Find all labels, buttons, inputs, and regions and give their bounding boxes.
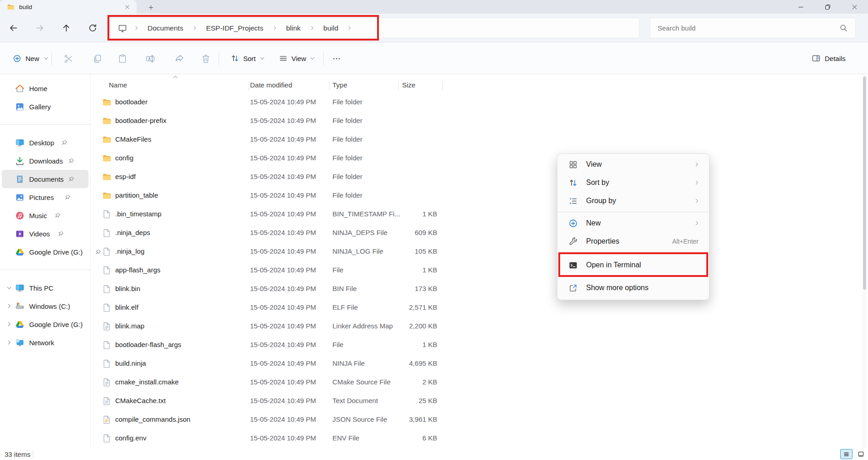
menu-item-open-in-terminal[interactable]: Open in Terminal	[560, 256, 707, 274]
chevron-right-icon[interactable]	[189, 22, 200, 34]
menu-item-show-more-options[interactable]: Show more options	[560, 279, 707, 297]
table-row[interactable]: blink.map15-05-2024 10:49 PMLinker Addre…	[0, 317, 868, 336]
table-row[interactable]: config15-05-2024 10:49 PMFile folder	[0, 149, 868, 168]
chevron-right-icon	[693, 197, 700, 204]
table-row[interactable]: config.env15-05-2024 10:49 PMENV File6 K…	[0, 429, 868, 448]
details-pane-button[interactable]: Details	[812, 50, 846, 66]
details-view-toggle[interactable]	[840, 449, 853, 459]
file-size: 3,961 KB	[392, 415, 437, 423]
file-type: File	[332, 341, 343, 348]
table-row[interactable]: blink.bin15-05-2024 10:49 PMBIN File173 …	[0, 280, 868, 298]
breadcrumb-segment[interactable]: build	[318, 22, 344, 35]
tab-close-icon[interactable]	[121, 2, 133, 12]
file-name: bootloader	[115, 98, 148, 106]
menu-item-sort-by[interactable]: Sort by	[560, 174, 707, 192]
refresh-button[interactable]	[83, 19, 102, 36]
chevron-right-icon[interactable]	[269, 22, 281, 34]
table-row[interactable]: esp-idf15-05-2024 10:49 PMFile folder	[0, 168, 868, 186]
file-name: cmake_install.cmake	[115, 378, 179, 386]
chevron-down-icon	[43, 56, 49, 61]
more-options-button[interactable]	[329, 51, 344, 66]
search-input[interactable]: Search build	[650, 18, 856, 38]
file-size: 173 KB	[392, 285, 437, 292]
column-header-date-modified[interactable]: Date modified	[250, 81, 292, 89]
breadcrumb-root[interactable]	[115, 21, 130, 36]
file-icon	[102, 228, 112, 238]
column-separator[interactable]	[398, 81, 398, 91]
share-button[interactable]	[171, 51, 188, 66]
menu-item-label: View	[586, 160, 602, 169]
table-row[interactable]: compile_commands.json15-05-2024 10:49 PM…	[0, 410, 868, 429]
menu-item-new[interactable]: New	[560, 214, 707, 232]
table-row[interactable]: bootloader-flash_args15-05-2024 10:49 PM…	[0, 336, 868, 354]
up-button[interactable]	[56, 19, 76, 36]
view-button[interactable]: View	[274, 50, 320, 66]
delete-button[interactable]	[198, 51, 214, 66]
table-row[interactable]: .ninja_deps15-05-2024 10:49 PMNINJA_DEPS…	[0, 224, 868, 242]
address-bar[interactable]: DocumentsESP-IDF_Projectsblinkbuild	[111, 18, 639, 38]
column-separator[interactable]	[249, 81, 249, 91]
table-row[interactable]: .bin_timestamp15-05-2024 10:49 PMBIN_TIM…	[0, 205, 868, 224]
menu-item-view[interactable]: View	[560, 155, 707, 174]
rename-button[interactable]	[142, 51, 158, 66]
file-name: .ninja_log	[115, 247, 144, 255]
ellipsis-icon	[332, 54, 341, 63]
paste-button[interactable]	[114, 51, 131, 66]
minimize-button[interactable]	[787, 0, 814, 14]
sort-button[interactable]: Sort	[226, 50, 270, 66]
column-header-name[interactable]: Name	[109, 81, 127, 89]
chevron-right-icon[interactable]	[306, 22, 318, 34]
close-button[interactable]	[841, 0, 868, 14]
file-name: blink.map	[115, 322, 144, 330]
table-row[interactable]: .ninja_log15-05-2024 10:49 PMNINJA_LOG F…	[0, 242, 868, 261]
table-row[interactable]: bootloader-prefix15-05-2024 10:49 PMFile…	[0, 112, 868, 130]
items-count: 33 items	[5, 450, 31, 458]
maximize-button[interactable]	[814, 0, 841, 14]
thumbnail-view-toggle[interactable]	[855, 449, 867, 459]
menu-item-properties[interactable]: PropertiesAlt+Enter	[560, 232, 707, 250]
column-header-size[interactable]: Size	[402, 81, 415, 89]
menu-item-group-by[interactable]: Group by	[560, 192, 707, 210]
menu-item-label: Show more options	[586, 284, 648, 292]
restore-icon	[824, 3, 832, 11]
column-separator[interactable]	[442, 81, 443, 91]
table-row[interactable]: blink.elf15-05-2024 10:49 PMELF File2,57…	[0, 298, 868, 317]
table-row[interactable]: CMakeCache.txt15-05-2024 10:49 PMText Do…	[0, 392, 868, 410]
grid-icon	[568, 160, 578, 169]
table-row[interactable]: bootloader15-05-2024 10:49 PMFile folder	[0, 93, 868, 112]
file-date-modified: 15-05-2024 10:49 PM	[250, 378, 316, 386]
table-row[interactable]: cmake_install.cmake15-05-2024 10:49 PMCM…	[0, 373, 868, 392]
details-button-label: Details	[825, 55, 846, 62]
new-tab-button[interactable]	[144, 2, 158, 13]
column-separator[interactable]	[329, 81, 330, 91]
tab-build[interactable]: build	[0, 0, 137, 14]
file-name: blink.bin	[115, 285, 140, 292]
chevron-right-icon[interactable]	[130, 22, 142, 34]
column-header-type[interactable]: Type	[332, 81, 347, 89]
external-icon	[568, 283, 578, 293]
file-date-modified: 15-05-2024 10:49 PM	[250, 135, 316, 143]
table-row[interactable]: app-flash_args15-05-2024 10:49 PMFile1 K…	[0, 261, 868, 280]
scrollbar-thumb[interactable]	[863, 77, 866, 290]
breadcrumb-segment[interactable]: Documents	[142, 22, 189, 35]
newplus-icon	[568, 219, 578, 228]
copy-button[interactable]	[89, 51, 106, 66]
forward-button[interactable]	[30, 19, 49, 36]
file-type: File folder	[332, 135, 363, 143]
new-button[interactable]: New	[7, 50, 54, 66]
file-type: File folder	[332, 154, 363, 162]
table-row[interactable]: CMakeFiles15-05-2024 10:49 PMFile folder	[0, 130, 868, 149]
breadcrumb-segment[interactable]: ESP-IDF_Projects	[200, 22, 269, 35]
rename-icon	[145, 54, 155, 64]
breadcrumb-segment[interactable]: blink	[281, 22, 306, 35]
cut-button[interactable]	[60, 51, 77, 66]
thumbnail-view-icon	[857, 450, 865, 458]
file-type: File folder	[332, 191, 363, 199]
back-button[interactable]	[4, 19, 23, 36]
table-row[interactable]: partition_table15-05-2024 10:49 PMFile f…	[0, 186, 868, 205]
file-name: config.env	[115, 434, 146, 442]
table-row[interactable]: build.ninja15-05-2024 10:49 PMNINJA File…	[0, 354, 868, 373]
menu-separator	[558, 212, 709, 212]
chevron-right-icon[interactable]	[344, 22, 356, 34]
file-name: CMakeFiles	[115, 135, 151, 143]
